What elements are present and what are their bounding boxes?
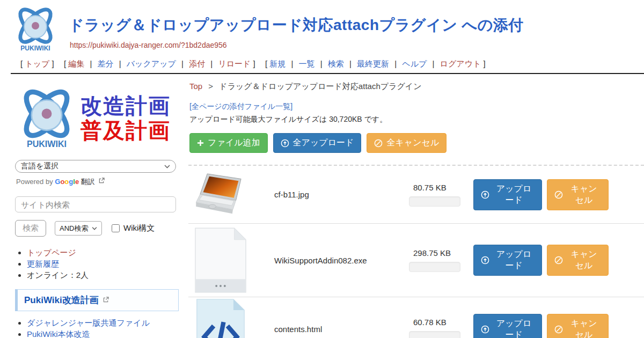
sidebar-link-core-mods[interactable]: PukiWiki本体改造 xyxy=(27,329,90,338)
wiki-syntax-checkbox[interactable] xyxy=(112,224,120,232)
separator: | xyxy=(181,59,184,68)
wiki-syntax-label: Wiki構文 xyxy=(123,223,155,233)
cancel-circle-icon xyxy=(554,190,563,199)
search-button[interactable]: 検索 xyxy=(15,220,46,237)
upload-button[interactable]: アップロード xyxy=(473,314,542,338)
bracket: ] xyxy=(52,59,54,68)
separator: | xyxy=(349,59,352,68)
list-item: 更新履歴 xyxy=(27,259,178,269)
bracket: [ xyxy=(20,59,23,68)
separator: | xyxy=(394,59,397,68)
main-content: Top > ドラッグ＆ドロップアップロード対応attachプラグイン [全ページ… xyxy=(185,74,644,338)
file-name: cf-b11.jpg xyxy=(247,190,409,199)
nav-backup[interactable]: バックアップ xyxy=(127,59,176,68)
external-link-icon xyxy=(103,297,109,303)
separator: | xyxy=(291,59,293,68)
banner-slogan: 改造計画 普及計画 xyxy=(80,93,171,143)
cancel-button[interactable]: キャンセル xyxy=(547,314,609,338)
upload-all-button[interactable]: 全アップロード xyxy=(273,133,362,153)
list-item: ダジャレンジャー版共通ファイル xyxy=(27,318,178,328)
breadcrumb-current-page: ドラッグ＆ドロップアップロード対応attachプラグイン xyxy=(219,82,421,91)
bracket: [ xyxy=(265,59,267,68)
atom-icon: PUKIWIKI xyxy=(12,4,59,54)
online-count: オンライン：2人 xyxy=(27,270,89,280)
file-row: WikiSupportAddin082.exe 298.75 KB アップロード xyxy=(188,224,644,297)
file-size: 60.78 KB xyxy=(409,318,473,327)
pukiwiki-logo[interactable]: PUKIWIKI xyxy=(11,4,60,56)
file-row: cf-b11.jpg 80.75 KB アップロード xyxy=(188,166,644,224)
bracket: ] xyxy=(253,59,255,68)
svg-text:PUKIWIKI: PUKIWIKI xyxy=(27,139,67,149)
upload-circle-icon xyxy=(481,256,489,264)
atom-icon: PUKIWIKI xyxy=(15,84,78,152)
file-dropzone[interactable]: cf-b11.jpg 80.75 KB アップロード xyxy=(188,165,644,338)
cancel-circle-icon xyxy=(554,256,563,264)
pukiwiki-banner[interactable]: PUKIWIKI 改造計画 普及計画 xyxy=(15,84,178,152)
nav-list[interactable]: 一覧 xyxy=(299,59,315,68)
page-title: ドラッグ＆ドロップアップロード対応attachプラグイン への添付 xyxy=(69,15,524,35)
file-row: contents.html 60.78 KB アップロード xyxy=(188,297,644,338)
nav-reload[interactable]: リロード xyxy=(218,59,251,68)
upload-button[interactable]: アップロード xyxy=(473,245,542,276)
nav-help[interactable]: ヘルプ xyxy=(402,59,427,68)
sidebar-link-update-history[interactable]: 更新履歴 xyxy=(27,259,59,268)
nav-diff[interactable]: 差分 xyxy=(98,59,114,68)
upload-button[interactable]: アップロード xyxy=(473,179,542,210)
header: PUKIWIKI ドラッグ＆ドロップアップロード対応attachプラグイン への… xyxy=(0,0,644,74)
sidebar-plugin-links: ダジャレンジャー版共通ファイル PukiWiki本体改造 PukiWikiテキス… xyxy=(27,318,178,338)
laptop-thumbnail xyxy=(194,173,247,217)
generic-file-icon xyxy=(194,227,247,293)
header-divider xyxy=(11,73,644,74)
google-logo: Google xyxy=(55,178,80,186)
search-mode-select[interactable]: AND検索 xyxy=(55,221,102,236)
progress-bar xyxy=(409,196,460,207)
separator: | xyxy=(90,59,92,68)
cancel-circle-icon xyxy=(374,139,383,148)
upload-circle-icon xyxy=(281,139,289,148)
add-files-button[interactable]: ファイル追加 xyxy=(189,133,268,153)
code-file-icon xyxy=(194,298,247,338)
sidebar-link-common-files[interactable]: ダジャレンジャー版共通ファイル xyxy=(27,318,150,327)
top-navigation: [ トップ ] [ 編集 | 差分 | バックアップ | 添付 | リロード ]… xyxy=(11,56,644,73)
progress-bar xyxy=(409,331,460,338)
file-name: contents.html xyxy=(247,325,409,334)
breadcrumb-home-link[interactable]: Top xyxy=(189,82,202,91)
google-translate-attribution: Powered by Google 翻訳 xyxy=(16,177,178,187)
separator: | xyxy=(320,59,323,68)
page-url-link[interactable]: https://pukiwiki.dajya-ranger.com/?1bd2d… xyxy=(70,41,227,49)
list-item: トップページ xyxy=(27,247,178,258)
sidebar: PUKIWIKI 改造計画 普及計画 言語を選択 Powered by Goog… xyxy=(0,74,185,338)
upload-circle-icon xyxy=(481,190,489,199)
nav-new[interactable]: 新規 xyxy=(269,59,286,68)
all-attachments-link[interactable]: [全ページの添付ファイル一覧] xyxy=(189,102,292,112)
sidebar-quick-links: トップページ 更新履歴 オンライン：2人 xyxy=(27,247,178,281)
nav-edit[interactable]: 編集 xyxy=(68,59,84,68)
cancel-button[interactable]: キャンセル xyxy=(547,245,609,276)
nav-search[interactable]: 検索 xyxy=(328,59,344,68)
progress-bar xyxy=(409,262,460,272)
nav-logout[interactable]: ログアウト xyxy=(440,59,481,68)
upload-toolbar: ファイル追加 全アップロード 全キャンセル xyxy=(189,133,644,153)
list-item: オンライン：2人 xyxy=(27,270,178,281)
search-input[interactable] xyxy=(15,196,176,212)
max-upload-size-text: アップロード可能最大ファイルサイズは 30,720KB です。 xyxy=(189,115,644,124)
cancel-all-button[interactable]: 全キャンセル xyxy=(367,133,447,153)
sidebar-section-link[interactable]: PukiWiki改造計画 xyxy=(24,295,99,305)
cancel-button[interactable]: キャンセル xyxy=(547,179,609,210)
chevron-down-icon xyxy=(92,227,97,230)
breadcrumb-separator: > xyxy=(208,82,213,91)
separator: | xyxy=(119,59,121,68)
sidebar-link-top-page[interactable]: トップページ xyxy=(27,248,76,257)
nav-recent[interactable]: 最終更新 xyxy=(357,59,389,68)
list-item: PukiWiki本体改造 xyxy=(27,329,178,338)
bracket: ] xyxy=(484,59,486,68)
external-link-icon xyxy=(99,178,105,183)
upload-circle-icon xyxy=(481,325,489,334)
language-select[interactable]: 言語を選択 xyxy=(15,160,176,173)
nav-top[interactable]: トップ xyxy=(25,59,49,68)
svg-text:PUKIWIKI: PUKIWIKI xyxy=(20,45,50,52)
chevron-down-icon xyxy=(164,165,170,168)
nav-attach[interactable]: 添付 xyxy=(189,59,205,68)
file-size: 80.75 KB xyxy=(409,183,473,192)
sidebar-section-header: PukiWiki改造計画 xyxy=(15,289,179,311)
